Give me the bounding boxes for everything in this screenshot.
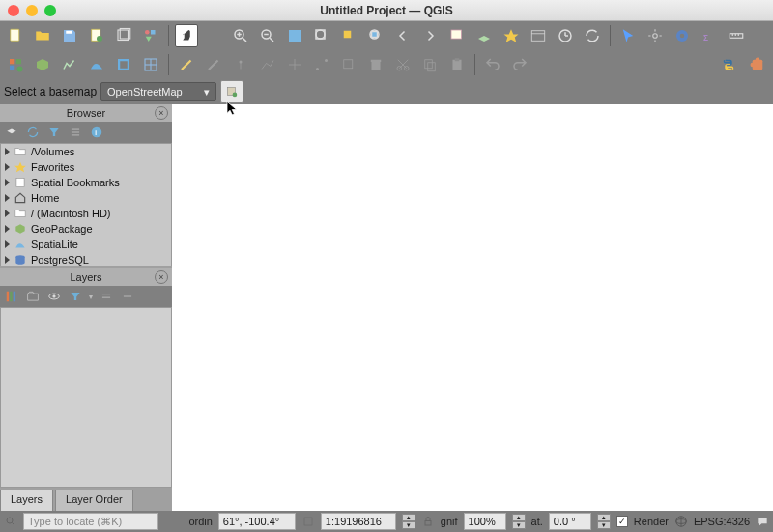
python-console-button[interactable] bbox=[717, 53, 740, 76]
expand-icon[interactable] bbox=[5, 148, 10, 155]
zoom-out-button[interactable] bbox=[256, 24, 279, 47]
data-source-manager-button[interactable] bbox=[4, 53, 27, 76]
crs-icon[interactable] bbox=[674, 515, 688, 528]
lock-icon[interactable] bbox=[421, 515, 435, 528]
zoom-full-button[interactable] bbox=[310, 24, 333, 47]
zoom-native-button[interactable] bbox=[283, 24, 306, 47]
action-button[interactable] bbox=[644, 24, 667, 47]
expand-icon[interactable] bbox=[5, 179, 10, 186]
zoom-in-button[interactable] bbox=[229, 24, 252, 47]
browser-item[interactable]: /Volumes bbox=[1, 144, 171, 159]
add-layer-button[interactable] bbox=[4, 125, 19, 140]
temporal-button[interactable] bbox=[554, 24, 577, 47]
add-feature-button[interactable] bbox=[229, 53, 252, 76]
scale-spinner[interactable]: ▴▾ bbox=[402, 514, 415, 529]
layout-manager-button[interactable] bbox=[112, 24, 135, 47]
collapse-all-button[interactable] bbox=[68, 125, 83, 140]
copy-button[interactable] bbox=[418, 53, 442, 76]
digitize-button[interactable] bbox=[256, 53, 279, 76]
render-checkbox[interactable]: ✓ bbox=[616, 516, 628, 527]
layers-panel-close-button[interactable]: × bbox=[155, 270, 168, 284]
window-minimize-button[interactable] bbox=[26, 5, 38, 16]
expand-icon[interactable] bbox=[5, 240, 10, 248]
open-layer-styling-button[interactable] bbox=[4, 289, 19, 304]
zoom-next-button[interactable] bbox=[418, 24, 442, 47]
manage-visibility-button[interactable] bbox=[46, 289, 62, 304]
expand-icon[interactable] bbox=[5, 256, 10, 264]
pan-tool-button[interactable] bbox=[175, 24, 198, 47]
toggle-editing-button[interactable] bbox=[175, 53, 198, 76]
browser-tree[interactable]: /VolumesFavoritesSpatial BookmarksHome/ … bbox=[0, 143, 172, 266]
paste-button[interactable] bbox=[445, 53, 469, 76]
browser-item[interactable]: Spatial Bookmarks bbox=[1, 175, 171, 190]
redo-button[interactable] bbox=[508, 53, 531, 76]
rotation-spinner[interactable]: ▴▾ bbox=[597, 514, 611, 529]
messages-icon[interactable] bbox=[756, 515, 769, 528]
refresh-browser-button[interactable] bbox=[25, 125, 41, 140]
new-shapefile-button[interactable] bbox=[58, 53, 81, 76]
refresh-button[interactable] bbox=[581, 24, 604, 47]
browser-item[interactable]: / (Macintosh HD) bbox=[1, 206, 171, 221]
browser-item[interactable]: Favorites bbox=[1, 159, 171, 175]
zoom-to-layer-button[interactable] bbox=[364, 24, 387, 47]
new-mesh-button[interactable] bbox=[139, 53, 162, 76]
save-project-button[interactable] bbox=[58, 24, 81, 47]
sum-button[interactable]: Σ bbox=[698, 24, 721, 47]
coord-field[interactable]: 61°, -100.4° bbox=[218, 513, 296, 530]
window-close-button[interactable] bbox=[8, 5, 19, 16]
measure-button[interactable] bbox=[725, 24, 748, 47]
properties-button[interactable]: i bbox=[89, 125, 104, 140]
open-project-button[interactable] bbox=[31, 24, 54, 47]
browser-item[interactable]: PostgreSQL bbox=[1, 252, 171, 266]
new-virtual-button[interactable] bbox=[112, 53, 135, 76]
undo-button[interactable] bbox=[481, 53, 504, 76]
filter-legend-button[interactable] bbox=[68, 289, 83, 304]
style-manager-button[interactable] bbox=[139, 24, 162, 47]
cut-button[interactable] bbox=[391, 53, 415, 76]
vertex-tool-button[interactable] bbox=[310, 53, 333, 76]
save-edits-button[interactable] bbox=[202, 53, 225, 76]
scale-field[interactable]: 1:19196816 bbox=[321, 513, 396, 530]
remove-layer-button[interactable] bbox=[120, 289, 135, 304]
browser-item[interactable]: SpatiaLite bbox=[1, 237, 171, 252]
show-bookmarks-button[interactable] bbox=[527, 24, 550, 47]
tab-layer-order[interactable]: Layer Order bbox=[55, 490, 133, 511]
modify-button[interactable] bbox=[337, 53, 360, 76]
browser-panel-close-button[interactable]: × bbox=[155, 106, 168, 120]
expand-icon[interactable] bbox=[5, 225, 10, 233]
expand-icon[interactable] bbox=[5, 210, 10, 217]
new-geopackage-button[interactable] bbox=[31, 53, 54, 76]
new-print-layout-button[interactable] bbox=[85, 24, 108, 47]
basemap-add-button[interactable] bbox=[220, 80, 243, 103]
pan-to-selection-button[interactable] bbox=[202, 24, 225, 47]
toolbox-button[interactable] bbox=[671, 24, 694, 47]
rotation-field[interactable]: 0.0 ° bbox=[549, 513, 591, 530]
new-bookmark-button[interactable] bbox=[500, 24, 523, 47]
new-3d-view-button[interactable] bbox=[472, 24, 496, 47]
new-project-button[interactable] bbox=[4, 24, 27, 47]
browser-item[interactable]: Home bbox=[1, 190, 171, 206]
basemap-select[interactable]: OpenStreetMap ▾ bbox=[100, 82, 216, 101]
browser-panel-header[interactable]: Browser × bbox=[0, 104, 172, 122]
locator-input[interactable]: Type to locate (⌘K) bbox=[23, 513, 158, 530]
add-group-button[interactable] bbox=[25, 289, 41, 304]
extents-icon[interactable] bbox=[301, 515, 315, 528]
plugins-button[interactable] bbox=[746, 53, 769, 76]
zoom-to-selection-button[interactable] bbox=[337, 24, 360, 47]
expand-icon[interactable] bbox=[5, 194, 10, 202]
new-spatialite-button[interactable] bbox=[85, 53, 108, 76]
layers-dropdown-icon[interactable]: ▾ bbox=[89, 293, 93, 301]
browser-item[interactable]: GeoPackage bbox=[1, 221, 171, 237]
zoom-last-button[interactable] bbox=[391, 24, 415, 47]
layers-tree[interactable] bbox=[0, 307, 172, 488]
map-canvas[interactable] bbox=[172, 104, 773, 511]
layers-panel-header[interactable]: Layers × bbox=[0, 268, 172, 286]
move-feature-button[interactable] bbox=[283, 53, 306, 76]
magnifier-spinner[interactable]: ▴▾ bbox=[512, 514, 526, 529]
expand-all-layers-button[interactable] bbox=[99, 289, 114, 304]
identify-button[interactable] bbox=[616, 24, 640, 47]
new-map-view-button[interactable] bbox=[445, 24, 469, 47]
filter-browser-button[interactable] bbox=[46, 125, 62, 140]
tab-layers[interactable]: Layers bbox=[0, 490, 53, 511]
expand-icon[interactable] bbox=[5, 163, 10, 171]
